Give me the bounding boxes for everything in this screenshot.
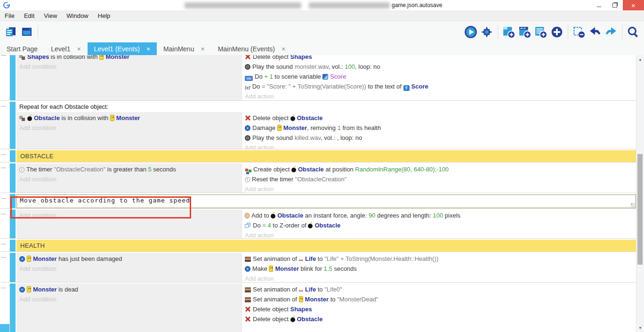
action-line[interactable]: Delete object Shapes [245, 304, 634, 314]
tab-level1-events-[interactable]: Level1 (Events)× [88, 42, 157, 55]
maximize-button[interactable] [607, 0, 623, 10]
event-selection-bar[interactable] [10, 210, 16, 238]
event-drag-handle[interactable] [0, 102, 10, 149]
scrollbar-thumb[interactable] [637, 154, 643, 265]
menu-item-view[interactable]: View [39, 12, 62, 19]
add-event-type-button[interactable] [549, 24, 565, 40]
tab-mainmenu[interactable]: MainMenu× [157, 42, 211, 55]
event-selection-bar[interactable] [10, 55, 16, 100]
condition-line[interactable]: The timer "ObstacleCreation" is greater … [19, 164, 239, 174]
action-line[interactable]: Set animation of •••Life to "Life" + ToS… [245, 254, 634, 264]
event-drag-handle[interactable] [0, 150, 10, 162]
condition-line[interactable]: Monster has just been damaged [19, 254, 239, 264]
add-action-button[interactable]: Add action [245, 230, 634, 239]
window-controls: × [591, 0, 644, 10]
tab-mainmenu-events-[interactable]: MainMenu (Events)× [211, 42, 292, 55]
search-button[interactable] [625, 24, 641, 40]
comment-input[interactable]: Move obstacle according to the game spee… [16, 194, 636, 208]
condition-line[interactable]: Shapes is in collision with Monster [19, 55, 239, 62]
actions-column: Delete object ShapesPlay the sound monst… [242, 55, 636, 100]
event-selection-bar[interactable] [10, 283, 16, 332]
text-segment: "Life0" [324, 286, 342, 293]
add-condition-button[interactable]: Add condition [19, 174, 239, 184]
menu-item-window[interactable]: Window [62, 12, 93, 19]
tab-label: Level1 [51, 45, 70, 53]
action-line[interactable]: Play the sound killed.wav, vol.: , loop:… [245, 133, 634, 143]
action-line[interactable]: VarDo + 1 to scene variable Score [245, 72, 634, 81]
action-line[interactable]: Do = 4 to Z-order of Obstacle [245, 220, 634, 230]
tab-close-icon[interactable]: × [201, 45, 204, 53]
add-action-button[interactable]: Add action [245, 184, 634, 193]
event-drag-handle[interactable] [0, 55, 10, 100]
project-manager-button[interactable] [3, 24, 19, 40]
text-segment: 90 [369, 212, 375, 219]
scroll-up-icon[interactable]: ▲ [636, 57, 644, 62]
event-selection-bar[interactable] [10, 253, 16, 282]
redo-button[interactable] [603, 24, 619, 40]
condition-line[interactable]: Obstacle is in collision with Monster [19, 113, 239, 123]
add-action-button[interactable]: Add action [245, 274, 634, 283]
event-selection-bar[interactable] [10, 150, 16, 162]
tab-level1[interactable]: Level1× [44, 42, 87, 55]
event-selection-bar[interactable] [10, 194, 16, 208]
text-segment: Life [305, 255, 316, 262]
action-line[interactable]: Set animation of Monster to "MonsterDead… [245, 294, 634, 304]
add-sub-event-button[interactable] [517, 24, 533, 40]
action-line[interactable]: Play the sound monster.wav, vol.: 100, l… [245, 62, 634, 72]
action-line[interactable]: Create object Obstacle at position Rando… [245, 164, 634, 174]
add-action-button[interactable]: Add action [245, 143, 634, 149]
event-selection-bar[interactable] [10, 102, 16, 149]
resize-handle-icon[interactable] [631, 203, 635, 207]
life-icon: ••• [299, 256, 303, 262]
event-drag-handle[interactable] [0, 240, 10, 251]
action-line[interactable]: Delete object Obstacle [245, 113, 634, 123]
text-segment: Do [252, 83, 262, 90]
debug-button[interactable] [479, 24, 495, 40]
add-comment-button[interactable] [533, 24, 549, 40]
menu-item-help[interactable]: Help [93, 12, 115, 19]
event-drag-handle[interactable] [0, 194, 10, 208]
action-line[interactable]: Damage Monster, removing 1 from its heal… [245, 123, 634, 133]
action-line[interactable]: Make Monster blink for 1.5 seconds [245, 264, 634, 274]
action-line[interactable]: Delete object Obstacle [245, 314, 634, 324]
event-drag-handle[interactable] [0, 210, 10, 238]
preview-button[interactable] [463, 24, 479, 40]
action-line[interactable]: Reset the timer "ObstacleCreation" [245, 174, 634, 184]
tab-start-page[interactable]: Start Page [0, 42, 44, 55]
condition-line[interactable]: Monster is dead [19, 284, 239, 294]
event-selection-bar[interactable] [10, 163, 16, 193]
add-condition-button[interactable]: Add condition [19, 211, 239, 220]
action-line[interactable]: Delete object Shapes [245, 55, 634, 62]
add-condition-button[interactable]: Add condition [19, 264, 239, 274]
add-condition-button[interactable]: Add condition [19, 123, 239, 133]
add-event-button[interactable] [501, 24, 517, 40]
add-action-button[interactable]: Add action [245, 91, 634, 101]
menu-item-file[interactable]: File [0, 12, 19, 19]
event-drag-handle[interactable] [0, 163, 10, 193]
action-line[interactable]: Set animation of •••Life to "Life0" [245, 284, 634, 294]
tab-close-icon[interactable]: × [77, 45, 80, 53]
minimize-button[interactable] [591, 0, 607, 10]
event-drag-handle[interactable] [0, 253, 10, 282]
tab-close-icon[interactable]: × [146, 45, 150, 53]
text-segment: , vol.: [329, 63, 345, 70]
close-button[interactable]: × [623, 0, 644, 10]
scroll-down-icon[interactable]: ▼ [636, 326, 644, 330]
remove-event-button[interactable] [571, 24, 587, 40]
action-line[interactable]: txtDo = "Score: " + ToString(Variable(Sc… [245, 81, 634, 91]
tab-close-icon[interactable]: × [282, 45, 285, 53]
text-segment: "MonsterDead" [337, 296, 378, 303]
event-group-title[interactable]: HEALTH [16, 242, 636, 249]
menu-item-edit[interactable]: Edit [19, 12, 39, 19]
add-condition-button[interactable]: Add condition [19, 62, 239, 72]
vertical-scrollbar[interactable]: ▲ ▼ [636, 55, 644, 332]
action-line[interactable]: Add to Obstacle an instant force, angle:… [245, 211, 634, 220]
event-group-title[interactable]: OBSTACLE [16, 153, 636, 160]
scene-editor-button[interactable] [19, 24, 35, 40]
add-condition-button[interactable]: Add condition [19, 294, 239, 304]
event-selection-bar[interactable] [10, 240, 16, 251]
text-segment: + 1 [264, 73, 273, 80]
repeat-header[interactable]: Repeat for each Obstacle object: [16, 102, 636, 112]
text-segment: Monster [33, 286, 57, 293]
undo-button[interactable] [587, 24, 603, 40]
